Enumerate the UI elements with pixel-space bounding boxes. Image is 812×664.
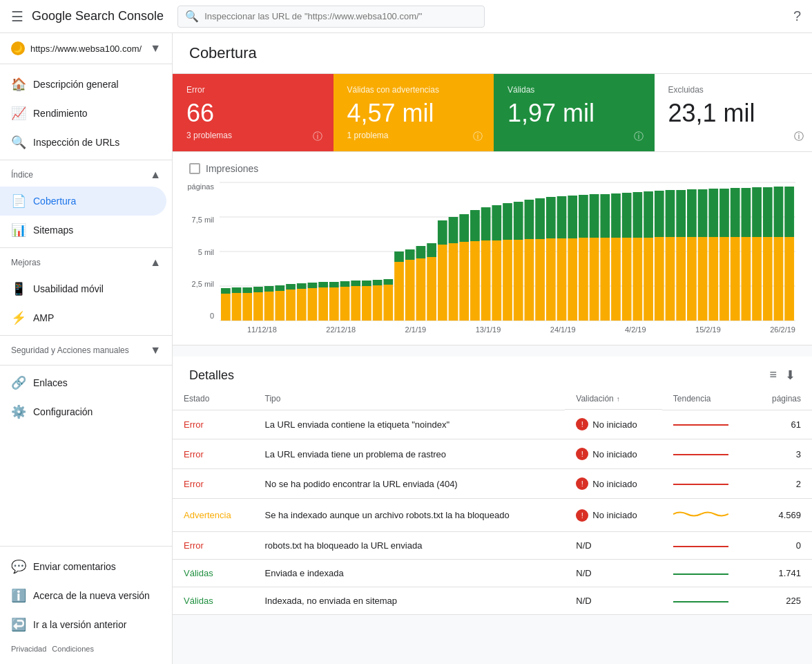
stat-card-valid: Válidas 1,97 mil ⓘ [494, 74, 655, 151]
cell-validacion: !No iniciado [565, 439, 661, 469]
mejoras-label: Mejoras [11, 258, 41, 267]
svg-rect-103 [752, 237, 762, 321]
stat-error-value: 66 [186, 99, 317, 128]
seguridad-chevron-icon: ▼ [150, 344, 161, 357]
svg-rect-38 [394, 252, 404, 262]
sidebar-item-rendimiento[interactable]: 📈 Rendimiento [0, 99, 166, 128]
sort-icon: ↑ [617, 395, 620, 403]
details-section: Detalles ≡ ⬇ Estado Tipo Validación ↑ [173, 357, 812, 615]
stats-row: Error 66 3 problemas ⓘ Válidas con adver… [173, 74, 812, 152]
col-paginas[interactable]: páginas [753, 388, 812, 410]
cell-tendencia [662, 439, 753, 469]
sidebar-item-descripcion[interactable]: 🏠 Descripción general [0, 70, 166, 99]
svg-rect-46 [438, 220, 447, 245]
svg-rect-41 [416, 258, 426, 321]
sidebar-item-enviar-comentarios[interactable]: 💬 Enviar comentarios [0, 552, 166, 581]
sidebar-item-usabilidad[interactable]: 📱 Usabilidad móvil [0, 274, 166, 303]
stat-error-info-icon[interactable]: ⓘ [313, 131, 322, 143]
status-badge: Error [184, 449, 204, 459]
info-icon: ℹ️ [11, 588, 25, 603]
main-content: Error 66 3 problemas ⓘ Válidas con adver… [173, 74, 812, 615]
links-icon: 🔗 [11, 375, 25, 390]
sidebar-item-ir-anterior[interactable]: ↩️ Ir a la versión anterior [0, 610, 166, 639]
svg-rect-27 [340, 287, 350, 321]
menu-icon[interactable]: ☰ [11, 8, 23, 25]
sidebar-item-label: Ir a la versión anterior [33, 619, 126, 630]
sidebar-item-sitemaps[interactable]: 📊 Sitemaps [0, 216, 166, 245]
impressions-checkbox[interactable] [189, 163, 200, 174]
table-row[interactable]: VálidasIndexada, no enviada en sitemapN/… [173, 587, 812, 615]
svg-rect-68 [557, 196, 567, 238]
trend-icon: 📈 [11, 106, 25, 121]
svg-rect-94 [698, 189, 708, 237]
help-icon[interactable]: ? [793, 8, 801, 24]
table-row[interactable]: ErrorNo se ha podido encontrar la URL en… [173, 469, 812, 499]
site-selector[interactable]: 🌙 https://www.websa100.com/ ▼ [0, 33, 172, 64]
stat-warning-info-icon[interactable]: ⓘ [473, 131, 483, 143]
svg-rect-66 [546, 197, 556, 238]
svg-rect-75 [600, 238, 610, 321]
sidebar-item-configuracion[interactable]: ⚙️ Configuración [0, 397, 166, 426]
sidebar-item-cobertura[interactable]: 📄 Cobertura [0, 187, 166, 216]
svg-rect-64 [535, 198, 545, 239]
cell-tipo: Indexada, no enviada en sitemap [254, 587, 566, 615]
svg-rect-30 [351, 281, 360, 286]
sidebar-item-acerca-nueva[interactable]: ℹ️ Acerca de la nueva versión [0, 581, 166, 610]
cell-estado: Error [173, 410, 254, 439]
stat-excluded-info-icon[interactable]: ⓘ [794, 131, 804, 143]
back-icon: ↩️ [11, 617, 25, 632]
stat-card-excluded: Excluidas 23,1 mil ⓘ [655, 74, 813, 151]
svg-rect-67 [557, 238, 567, 321]
stat-valid-sub [508, 131, 638, 140]
col-validacion[interactable]: Validación ↑ [565, 388, 661, 410]
privacy-link[interactable]: Privacidad [11, 645, 46, 653]
cell-paginas: 4.569 [753, 499, 812, 532]
col-tendencia[interactable]: Tendencia [662, 388, 753, 410]
col-estado[interactable]: Estado [173, 388, 254, 410]
sidebar-item-amp[interactable]: ⚡ AMP [0, 303, 166, 332]
x-label-7: 26/2/19 [770, 325, 795, 334]
validation-icon: ! [576, 418, 588, 430]
download-icon[interactable]: ⬇ [785, 368, 795, 383]
cell-paginas: 1.741 [753, 560, 812, 587]
search-bar[interactable]: 🔍 [177, 6, 485, 28]
col-tipo[interactable]: Tipo [254, 388, 566, 410]
validation-label: No iniciado [592, 479, 637, 489]
svg-rect-82 [633, 192, 643, 238]
table-row[interactable]: AdvertenciaSe ha indexado aunque un arch… [173, 499, 812, 532]
search-input[interactable] [204, 11, 477, 21]
search-icon: 🔍 [185, 10, 199, 23]
validation-label: No iniciado [592, 449, 637, 459]
seguridad-section-header[interactable]: Seguridad y Acciones manuales ▼ [0, 339, 172, 362]
sidebar-item-label: AMP [33, 312, 54, 323]
sidebar-item-enlaces[interactable]: 🔗 Enlaces [0, 368, 166, 397]
svg-rect-43 [427, 257, 436, 321]
svg-rect-92 [687, 189, 697, 237]
svg-rect-106 [763, 187, 773, 237]
sidebar-item-inspeccion[interactable]: 🔍 Inspección de URLs [0, 128, 166, 157]
y-label-text: páginas [187, 182, 214, 191]
table-row[interactable]: ErrorLa URL enviada contiene la etiqueta… [173, 410, 812, 439]
svg-rect-14 [264, 286, 274, 292]
trend-sparkline [673, 507, 728, 521]
svg-rect-16 [275, 285, 284, 291]
stat-valid-info-icon[interactable]: ⓘ [634, 131, 644, 143]
table-row[interactable]: Errorrobots.txt ha bloqueado la URL envi… [173, 532, 812, 560]
mejoras-section-header[interactable]: Mejoras ▲ [0, 251, 172, 274]
cell-tipo: robots.txt ha bloqueado la URL enviada [254, 532, 566, 560]
svg-rect-26 [329, 282, 339, 287]
status-badge: Advertencia [184, 510, 231, 520]
table-row[interactable]: VálidasEnviada e indexadaN/D1.741 [173, 560, 812, 587]
details-table: Estado Tipo Validación ↑ Tendencia págin… [173, 388, 812, 615]
cell-tendencia [662, 499, 753, 532]
conditions-link[interactable]: Condiciones [52, 645, 94, 653]
svg-rect-60 [514, 202, 523, 240]
filter-icon[interactable]: ≡ [769, 368, 777, 383]
table-row[interactable]: ErrorLa URL enviada tiene un problema de… [173, 439, 812, 469]
svg-rect-54 [481, 207, 491, 240]
svg-rect-85 [655, 237, 664, 321]
site-favicon: 🌙 [11, 41, 25, 55]
svg-rect-77 [611, 238, 621, 321]
y-mid: 5 mil [198, 248, 214, 256]
indice-section-header[interactable]: Índice ▲ [0, 163, 172, 187]
